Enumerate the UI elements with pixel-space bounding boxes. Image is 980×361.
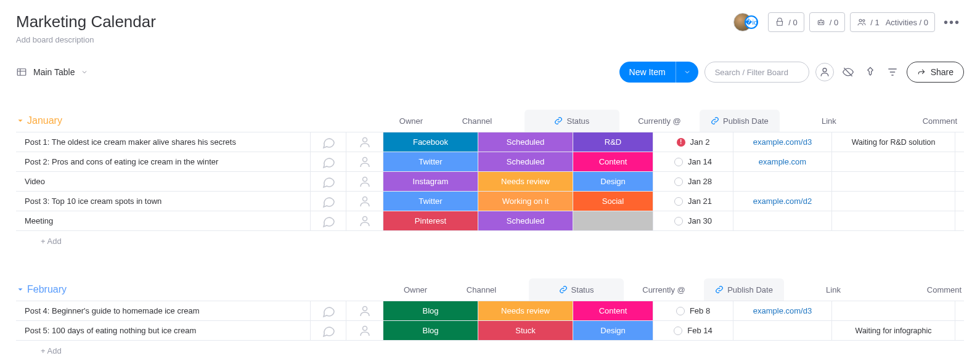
status-cell[interactable]: Scheduled — [478, 211, 573, 230]
board-owner-avatar[interactable]: �id — [733, 13, 752, 31]
currently-cell[interactable] — [573, 211, 653, 230]
group-collapse-toggle[interactable] — [16, 285, 25, 294]
table-row[interactable]: Post 2: Pros and cons of eating ice crea… — [16, 152, 964, 171]
integrations-button[interactable]: / 0 — [768, 12, 804, 32]
link-cell[interactable]: example.com/d3 — [733, 301, 832, 320]
item-name-cell[interactable]: Post 1: The oldest ice cream maker alive… — [16, 132, 311, 152]
link-cell[interactable] — [733, 172, 832, 191]
column-owner[interactable]: Owner — [397, 278, 434, 301]
hide-columns-button[interactable] — [840, 64, 856, 80]
comment-cell[interactable] — [832, 192, 955, 211]
conversation-button[interactable] — [311, 172, 346, 191]
person-filter-button[interactable] — [815, 63, 834, 81]
column-status[interactable]: Status — [525, 110, 619, 132]
status-cell[interactable]: Stuck — [478, 321, 573, 340]
item-name-cell[interactable]: Meeting — [16, 211, 311, 230]
table-row[interactable]: Post 1: The oldest ice cream maker alive… — [16, 132, 964, 152]
item-name-cell[interactable]: Post 2: Pros and cons of eating ice crea… — [16, 152, 311, 171]
link-cell[interactable]: example.com — [733, 152, 832, 171]
conversation-button[interactable] — [311, 211, 346, 230]
view-selector[interactable]: Main Table — [16, 67, 88, 78]
item-name-cell[interactable]: Post 5: 100 days of eating nothing but i… — [16, 321, 311, 340]
owner-cell[interactable] — [346, 211, 383, 230]
publish-date-cell[interactable]: Jan 21 — [653, 192, 733, 211]
channel-cell[interactable]: Facebook — [383, 132, 478, 152]
board-description[interactable]: Add board description — [16, 35, 156, 44]
owner-cell[interactable] — [346, 152, 383, 171]
conversation-button[interactable] — [311, 301, 346, 320]
status-cell[interactable]: Scheduled — [478, 152, 573, 171]
add-item-row[interactable]: + Add — [16, 230, 964, 251]
channel-cell[interactable]: Twitter — [383, 152, 478, 171]
filter-button[interactable] — [884, 64, 900, 80]
conversation-button[interactable] — [311, 192, 346, 211]
column-currently[interactable]: Currently @ — [619, 110, 700, 132]
column-status[interactable]: Status — [529, 278, 624, 301]
channel-cell[interactable]: Blog — [383, 301, 478, 320]
table-row[interactable]: Post 5: 100 days of eating nothing but i… — [16, 320, 964, 340]
owner-cell[interactable] — [346, 301, 383, 320]
owner-cell[interactable] — [346, 172, 383, 191]
pin-button[interactable] — [862, 64, 878, 80]
column-channel[interactable]: Channel — [430, 110, 525, 132]
publish-date-cell[interactable]: Jan 14 — [653, 152, 733, 171]
link-cell[interactable] — [733, 321, 832, 340]
channel-cell[interactable]: Instagram — [383, 172, 478, 191]
column-link[interactable]: Link — [780, 110, 878, 132]
publish-date-cell[interactable]: Feb 14 — [653, 321, 733, 340]
table-row[interactable]: Meeting Pinterest Scheduled Jan 30 — [16, 211, 964, 230]
conversation-button[interactable] — [311, 152, 346, 171]
publish-date-cell[interactable]: Jan 28 — [653, 172, 733, 191]
search-input[interactable]: Search / Filter Board — [704, 62, 809, 83]
column-link[interactable]: Link — [784, 278, 883, 301]
comment-cell[interactable]: Waiting for R&D solution — [832, 132, 955, 152]
currently-cell[interactable]: Social — [573, 192, 653, 211]
column-currently[interactable]: Currently @ — [624, 278, 704, 301]
link-cell[interactable]: example.com/d3 — [733, 132, 832, 152]
owner-cell[interactable] — [346, 192, 383, 211]
table-row[interactable]: Video Instagram Needs review Design Jan … — [16, 171, 964, 191]
link-cell[interactable]: example.com/d2 — [733, 192, 832, 211]
board-title[interactable]: Marketing Calendar — [16, 12, 156, 31]
status-cell[interactable]: Working on it — [478, 192, 573, 211]
group-name[interactable]: January — [25, 115, 62, 126]
channel-cell[interactable]: Twitter — [383, 192, 478, 211]
status-cell[interactable]: Scheduled — [478, 132, 573, 152]
currently-cell[interactable]: Content — [573, 152, 653, 171]
new-item-dropdown[interactable] — [676, 62, 698, 83]
column-channel[interactable]: Channel — [434, 278, 529, 301]
publish-date-cell[interactable]: !Jan 2 — [653, 132, 733, 152]
column-publish-date[interactable]: Publish Date — [700, 110, 780, 132]
status-cell[interactable]: Needs review — [478, 301, 573, 320]
currently-cell[interactable]: Design — [573, 172, 653, 191]
publish-date-cell[interactable]: Feb 8 — [653, 301, 733, 320]
status-cell[interactable]: Needs review — [478, 172, 573, 191]
item-name-cell[interactable]: Post 3: Top 10 ice cream spots in town — [16, 192, 311, 211]
group-name[interactable]: February — [25, 284, 67, 295]
column-comment[interactable]: Comment — [878, 110, 980, 132]
comment-cell[interactable] — [832, 172, 955, 191]
comment-cell[interactable]: Waiting for infographic — [832, 321, 955, 340]
item-name-cell[interactable]: Post 4: Beginner's guide to homemade ice… — [16, 301, 311, 320]
publish-date-cell[interactable]: Jan 30 — [653, 211, 733, 230]
new-item-button[interactable]: New Item — [619, 62, 698, 83]
column-owner[interactable]: Owner — [393, 110, 430, 132]
members-activity-button[interactable]: / 1 Activities / 0 — [850, 12, 935, 32]
owner-cell[interactable] — [346, 132, 383, 152]
table-row[interactable]: Post 4: Beginner's guide to homemade ice… — [16, 301, 964, 320]
comment-cell[interactable] — [832, 301, 955, 320]
automations-button[interactable]: / 0 — [809, 12, 845, 32]
owner-cell[interactable] — [346, 321, 383, 340]
item-name-cell[interactable]: Video — [16, 172, 311, 191]
group-collapse-toggle[interactable] — [16, 116, 25, 125]
channel-cell[interactable]: Pinterest — [383, 211, 478, 230]
currently-cell[interactable]: Content — [573, 301, 653, 320]
comment-cell[interactable] — [832, 211, 955, 230]
conversation-button[interactable] — [311, 132, 346, 152]
table-row[interactable]: Post 3: Top 10 ice cream spots in town T… — [16, 191, 964, 211]
share-button[interactable]: Share — [907, 62, 964, 83]
currently-cell[interactable]: R&D — [573, 132, 653, 152]
currently-cell[interactable]: Design — [573, 321, 653, 340]
column-comment[interactable]: Comment — [883, 278, 980, 301]
comment-cell[interactable] — [832, 152, 955, 171]
